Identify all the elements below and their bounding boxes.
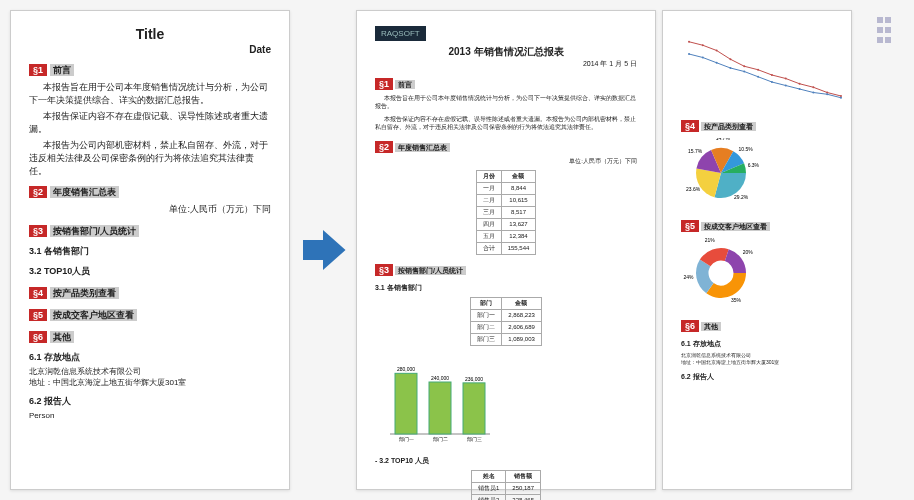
svg-text:24%: 24% <box>684 274 695 280</box>
top10-table: 姓名销售额销售员1250,187销售员2228,465 <box>471 470 541 500</box>
svg-text:29.2%: 29.2% <box>734 194 749 200</box>
section-1-head: §1 前言 <box>29 64 271 77</box>
section-6-head: §6 其他 <box>29 331 271 344</box>
section-badge: §1 <box>29 64 47 76</box>
svg-point-13 <box>716 50 718 52</box>
page-date: Date <box>29 44 271 55</box>
svg-text:280,000: 280,000 <box>397 366 415 372</box>
para: 本报告旨在用于公司本年度销售情况统计与分析，为公司下一年决策提供综合、详实的数据… <box>29 81 271 106</box>
svg-point-22 <box>840 95 842 97</box>
report-title: 2013 年销售情况汇总报表 <box>375 45 637 59</box>
svg-point-12 <box>702 44 704 46</box>
svg-rect-8 <box>463 382 485 433</box>
section-3-head: §3 按销售部门/人员统计 <box>29 225 271 238</box>
person: Person <box>29 411 271 421</box>
svg-point-24 <box>702 57 704 59</box>
svg-text:部门二: 部门二 <box>433 436 448 442</box>
svg-marker-0 <box>303 230 346 270</box>
svg-point-11 <box>688 41 690 43</box>
svg-point-31 <box>799 88 801 90</box>
sub-3-1: 3.1 各销售部门 <box>29 245 271 258</box>
svg-text:14.7%: 14.7% <box>716 138 731 141</box>
unit-text: 单位:人民币（万元）下同 <box>29 203 271 216</box>
page-title: Title <box>29 26 271 42</box>
svg-text:35%: 35% <box>731 297 742 303</box>
para: 本报告保证内容不存在虚假记载、误导性陈述或者重大遗漏。 <box>29 110 271 135</box>
svg-point-28 <box>757 76 759 78</box>
svg-text:部门一: 部门一 <box>399 436 414 442</box>
svg-point-17 <box>771 74 773 76</box>
svg-point-26 <box>729 67 731 69</box>
section-5-head: §5 按成交客户地区查看 <box>29 309 271 322</box>
svg-point-18 <box>785 78 787 80</box>
logo: RAQSOFT <box>375 26 426 41</box>
section-2-head: §2 年度销售汇总表 <box>29 186 271 199</box>
svg-point-21 <box>826 92 828 94</box>
sample-page-2: §4 按产品类别查看 29.2%23.6%15.7%14.7%10.5%6.3%… <box>662 10 852 490</box>
address-line: 地址：中国北京海淀上地五街华辉大厦301室 <box>29 378 271 388</box>
sub-6-2: 6.2 报告人 <box>29 395 271 408</box>
address-line: 北京润乾信息系统技术有限公司 <box>29 367 271 377</box>
svg-point-15 <box>743 65 745 67</box>
svg-point-19 <box>799 83 801 85</box>
svg-point-33 <box>826 93 828 95</box>
svg-point-25 <box>716 62 718 64</box>
report-date: 2014 年 1 月 5 日 <box>375 59 637 69</box>
svg-text:20%: 20% <box>743 249 754 255</box>
line-chart <box>681 28 851 108</box>
svg-point-30 <box>785 85 787 87</box>
dept-table: 部门金额部门一2,868,223部门二2,606,689部门三1,089,003 <box>470 297 542 346</box>
svg-rect-2 <box>395 373 417 434</box>
svg-text:15.7%: 15.7% <box>688 148 703 154</box>
svg-text:10.5%: 10.5% <box>739 146 754 152</box>
svg-point-20 <box>812 86 814 88</box>
svg-point-16 <box>757 69 759 71</box>
svg-text:6.3%: 6.3% <box>748 162 760 168</box>
arrow-icon <box>298 225 348 275</box>
svg-point-27 <box>743 71 745 73</box>
sample-output: RAQSOFT 2013 年销售情况汇总报表 2014 年 1 月 5 日 §1… <box>356 10 852 490</box>
pie-chart-product: 29.2%23.6%15.7%14.7%10.5%6.3% <box>681 138 791 208</box>
svg-point-34 <box>840 97 842 99</box>
svg-text:236,000: 236,000 <box>465 375 483 381</box>
svg-text:23.6%: 23.6% <box>686 186 701 192</box>
svg-point-14 <box>729 58 731 60</box>
para: 本报告为公司内部机密材料，禁止私自留存、外流，对于违反相关法律及公司保密条例的行… <box>29 139 271 177</box>
svg-point-23 <box>688 53 690 55</box>
svg-point-29 <box>771 81 773 83</box>
svg-text:21%: 21% <box>705 238 716 243</box>
template-page: Title Date §1 前言 本报告旨在用于公司本年度销售情况统计与分析，为… <box>10 10 290 490</box>
summary-table: 月份金额一月8,844二月10,615三月8,517四月13,627五月12,3… <box>476 170 537 255</box>
bar-chart: 280,000部门一240,000部门二236,000部门三 <box>375 354 495 444</box>
svg-rect-5 <box>429 382 451 434</box>
pie-chart-region: 35%24%21%20% <box>681 238 791 308</box>
sub-6-1: 6.1 存放地点 <box>29 351 271 364</box>
section-4-head: §4 按产品类别查看 <box>29 287 271 300</box>
svg-text:部门三: 部门三 <box>467 436 482 442</box>
svg-text:240,000: 240,000 <box>431 375 449 381</box>
section-title: 前言 <box>50 64 74 76</box>
sample-page-1: RAQSOFT 2013 年销售情况汇总报表 2014 年 1 月 5 日 §1… <box>356 10 656 490</box>
sub-3-2: 3.2 TOP10人员 <box>29 265 271 278</box>
svg-point-32 <box>812 92 814 94</box>
